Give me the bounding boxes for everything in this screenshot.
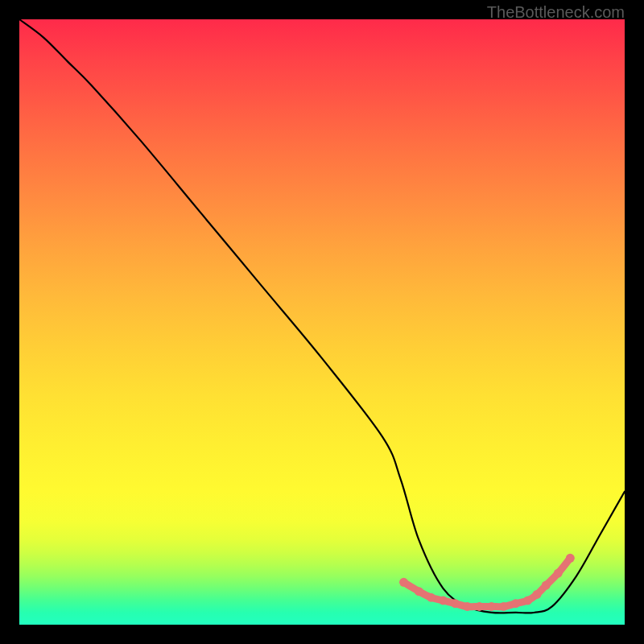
highlighted-point: [554, 569, 563, 578]
bottleneck-curve-line: [19, 19, 625, 613]
highlighted-point: [532, 590, 541, 599]
highlighted-point: [451, 599, 460, 608]
highlighted-point: [439, 596, 448, 605]
highlighted-point: [487, 602, 496, 611]
highlighted-point: [523, 596, 532, 605]
highlighted-point: [511, 599, 520, 608]
highlighted-point: [427, 593, 436, 602]
highlighted-point: [542, 581, 551, 590]
highlighted-points-group: [399, 554, 575, 611]
highlighted-point: [399, 578, 408, 587]
highlighted-point: [415, 587, 423, 596]
chart-svg: [19, 19, 625, 625]
highlighted-point: [463, 602, 472, 611]
chart-plot-area: [19, 19, 625, 625]
highlighted-point: [566, 554, 575, 563]
highlighted-point: [475, 602, 484, 611]
attribution-text: TheBottleneck.com: [487, 3, 625, 22]
highlighted-point: [499, 602, 508, 611]
